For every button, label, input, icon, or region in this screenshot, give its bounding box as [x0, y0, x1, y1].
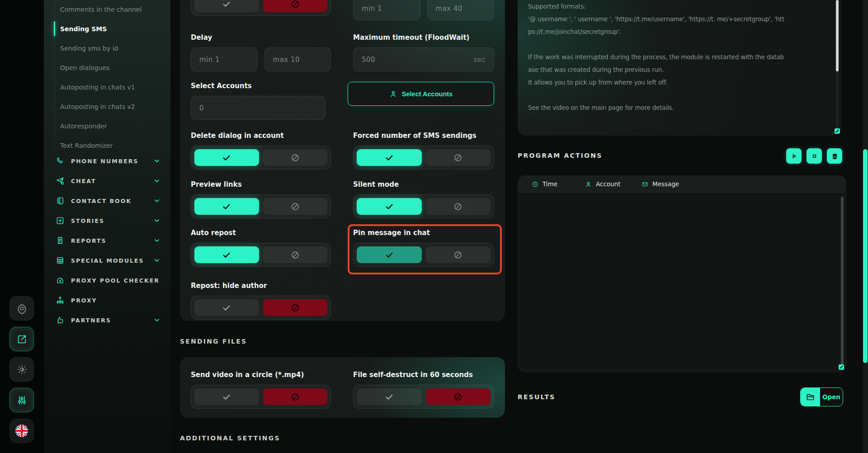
chevron-down-icon — [153, 157, 160, 165]
play-icon — [790, 152, 798, 160]
rail-button-theme[interactable] — [9, 357, 34, 382]
toggle-disable-button[interactable] — [263, 299, 328, 316]
check-icon — [222, 202, 231, 212]
toggle-disable-button[interactable] — [426, 246, 491, 263]
ban-icon — [290, 0, 300, 9]
page-scrollbar-track[interactable] — [863, 0, 868, 453]
settings-row: Repost: hide author — [191, 282, 494, 320]
sidebar-item-special-modules[interactable]: SPECIAL MODULES — [44, 250, 170, 270]
toggle-disable-button[interactable] — [263, 149, 328, 166]
sidebar-item-label: REPORTS — [71, 237, 107, 244]
select-accounts-button[interactable]: Select Accounts — [348, 82, 494, 106]
person-icon — [389, 90, 397, 98]
setting-label: Pin message in chat — [353, 229, 494, 238]
info-scrollbar-thumb[interactable] — [836, 0, 839, 71]
submenu-item-sending-sms[interactable]: Sending SMS — [44, 19, 170, 38]
clear-button[interactable] — [827, 148, 842, 164]
sidebar-item-reports[interactable]: REPORTS — [44, 231, 170, 250]
toggle-enable-button[interactable] — [194, 388, 259, 405]
toggle-disable-button[interactable] — [426, 198, 491, 215]
column-label: Message — [652, 180, 679, 188]
table-scrollbar-thumb[interactable] — [841, 197, 844, 366]
number-range-input[interactable]: min 1 — [353, 0, 420, 20]
toggle-disable-button[interactable] — [263, 388, 328, 405]
chevron-down-icon — [153, 237, 160, 244]
chevron-down-icon — [153, 217, 160, 224]
submenu-item-open-dialogues[interactable]: Open dialogues — [44, 58, 170, 77]
setting-cell: Silent mode — [353, 180, 494, 218]
rail-button-equalizer[interactable] — [9, 388, 34, 412]
toggle-disable-button[interactable] — [426, 388, 491, 405]
submenu-item-autoresponder[interactable]: Autoresponder — [44, 116, 170, 136]
text-input[interactable]: 500sec — [353, 47, 494, 71]
setting-label: Auto repost — [191, 229, 331, 238]
sidebar-submenu: Comments in the channelSending SMSSendin… — [44, 0, 170, 155]
submenu-item-autoposting-in-chats-v2[interactable]: Autoposting in chats v2 — [44, 97, 170, 116]
sidebar-item-proxy-pool-checker[interactable]: PROXY POOL CHECKER — [44, 270, 170, 290]
ban-icon — [290, 250, 300, 260]
toggle-enable-button[interactable] — [357, 246, 421, 263]
sidebar-item-label: PHONE NUMBERS — [71, 158, 138, 165]
results-title: RESULTS — [518, 393, 555, 401]
toggle-enable-button[interactable] — [194, 246, 259, 263]
toggle-enable-button[interactable] — [194, 149, 259, 166]
rail-button-external[interactable] — [9, 327, 34, 351]
text-input[interactable]: 0 — [191, 96, 326, 120]
sidebar-item-stories[interactable]: STORIES — [44, 211, 170, 231]
sidebar-item-cheat[interactable]: CHEAT — [44, 171, 170, 191]
toggle-enable-button[interactable] — [357, 198, 421, 215]
table-column-message[interactable]: Message — [642, 180, 679, 188]
rail-button-language[interactable] — [9, 419, 34, 443]
toggle-disable-button[interactable] — [263, 246, 328, 263]
uk-flag-icon — [15, 424, 28, 438]
open-results-button[interactable]: Open — [800, 387, 843, 406]
sidebar-item-label: STORIES — [71, 217, 104, 224]
envelope-icon — [642, 181, 648, 188]
ban-icon — [453, 250, 463, 260]
submenu-item-sending-sms-by-id[interactable]: Sending sms by id — [44, 38, 170, 58]
toggle-disable-button[interactable] — [263, 0, 328, 12]
check-icon — [384, 250, 394, 260]
setting-cell: Repost: hide author — [191, 282, 331, 320]
toggle-enable-button[interactable] — [357, 149, 421, 166]
setting-cell: Pin message in chat — [353, 229, 494, 267]
toggle-group — [353, 194, 494, 218]
toggle-enable-button[interactable] — [194, 299, 259, 316]
toggle-enable-button[interactable] — [357, 388, 421, 405]
module-info-text: Supported formats:'@ username ', ' usern… — [528, 3, 808, 117]
sidebar-item-proxy[interactable]: PROXY — [44, 290, 170, 310]
info-text-line: '@ username ', ' username ', 'https://t.… — [528, 15, 808, 28]
info-text-line: Supported formats: — [528, 3, 808, 15]
table-header-row: TimeAccountMessage — [518, 176, 846, 193]
column-label: Time — [542, 180, 557, 188]
open-button-label: Open — [820, 388, 843, 406]
stop-button[interactable] — [807, 148, 822, 164]
table-resize-handle[interactable] — [839, 364, 844, 370]
number-range-input[interactable]: max 40 — [427, 0, 494, 20]
page-scrollbar-thumb[interactable] — [863, 149, 868, 363]
table-column-account[interactable]: Account — [585, 180, 642, 188]
toggle-enable-button[interactable] — [194, 198, 259, 215]
start-button[interactable] — [786, 148, 802, 164]
toggle-disable-button[interactable] — [263, 198, 328, 215]
info-text-line — [528, 41, 808, 53]
sidebar-item-label: PROXY — [71, 297, 97, 304]
check-icon — [222, 392, 231, 402]
sidebar-item-phone-numbers[interactable]: PHONE NUMBERS — [44, 151, 170, 171]
rail-button-settings[interactable] — [9, 296, 34, 321]
sidebar-item-contact-book[interactable]: CONTACT BOOK — [44, 191, 170, 211]
toggle-disable-button[interactable] — [426, 149, 491, 166]
table-column-time[interactable]: Time — [532, 180, 585, 188]
setting-cell — [191, 0, 331, 20]
number-range-input[interactable]: min 1 — [191, 47, 258, 71]
submenu-item-autoposting-in-chats-v1[interactable]: Autoposting in chats v1 — [44, 77, 170, 97]
number-range-input[interactable]: max 10 — [264, 47, 331, 71]
chevron-down-icon — [153, 316, 160, 324]
setting-label: Silent mode — [353, 180, 494, 189]
sidebar-item-partners[interactable]: PARTNERS — [44, 310, 170, 330]
setting-cell: min 1max 40 — [353, 0, 494, 20]
info-resize-handle[interactable] — [835, 128, 840, 134]
settings-row: Delaymin 1max 10Maximum timeout (FloodWa… — [191, 33, 494, 71]
toggle-enable-button[interactable] — [194, 0, 259, 12]
submenu-item-comments-in-the-channel[interactable]: Comments in the channel — [44, 0, 170, 19]
